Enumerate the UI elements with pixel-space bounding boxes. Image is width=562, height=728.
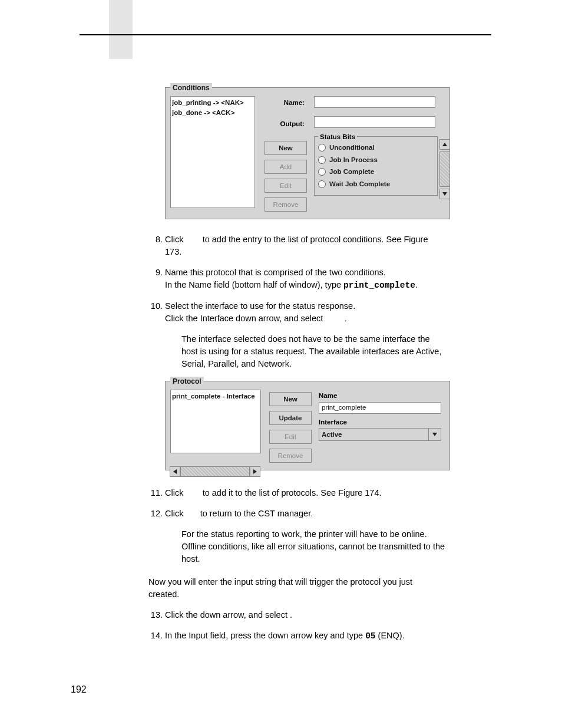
instructions-list-2: 11. Click to add it to the list of proto… [148,487,445,520]
protocol-legend: Protocol [170,377,204,387]
remove-button: Remove [265,197,307,212]
radio-unconditional[interactable]: Unconditional [318,143,434,153]
edit-button: Edit [265,179,307,193]
interface-select[interactable]: Active [319,428,441,441]
radio-wait-job-complete[interactable]: Wait Job Complete [318,179,434,189]
list-item[interactable]: job_printing -> <NAK> [172,98,253,108]
edit-button: Edit [269,430,312,444]
radio-icon [318,144,326,151]
radio-job-complete[interactable]: Job Complete [318,167,434,177]
conditions-panel: Conditions job_printing -> <NAK> job_don… [165,87,450,219]
dropdown-arrow[interactable] [428,429,441,440]
paragraph-transition: Now you will enter the input string that… [148,576,445,601]
chevron-down-icon [442,192,447,196]
instructions-list-3: 13. Click the down arrow, and select . 1… [148,609,445,643]
step-13: 13. Click the down arrow, and select . [148,609,445,621]
name-input[interactable]: print_complete [319,402,441,414]
note-online: For the status reporting to work, the pr… [181,528,445,565]
scroll-track[interactable] [180,466,250,477]
scroll-left-button[interactable] [170,466,180,477]
body-column: Conditions job_printing -> <NAK> job_don… [148,87,445,651]
output-label: Output: [263,117,308,130]
list-item[interactable]: print_complete - Interface [172,391,259,401]
status-bits-group: Status Bits Unconditional Job In Process… [314,136,438,196]
output-input[interactable] [314,116,435,128]
status-scrollbar[interactable] [439,139,450,198]
protocol-listbox[interactable]: print_complete - Interface [170,390,261,453]
chevron-right-icon [253,469,257,474]
note-interface: The interface selected does not have to … [181,333,445,370]
scroll-track[interactable] [439,151,450,187]
page-number: 192 [71,684,87,695]
radio-icon [318,156,326,164]
scroll-up-button[interactable] [439,139,450,150]
chevron-left-icon [173,469,177,474]
name-label: Name [319,391,441,401]
step-14: 14. In the Input field, press the down a… [148,630,445,643]
protocol-panel: Protocol print_complete - Interface New … [165,381,450,470]
interface-label: Interface [319,417,441,427]
scroll-right-button[interactable] [250,466,260,477]
name-label: Name: [263,96,308,109]
name-input[interactable] [314,96,435,108]
add-button: Add [265,160,307,174]
step-9: 9. Name this protocol that is comprised … [148,266,445,292]
chevron-up-icon [442,143,447,146]
conditions-listbox[interactable]: job_printing -> <NAK> job_done -> <ACK> [170,96,255,208]
conditions-legend: Conditions [170,83,212,93]
new-button[interactable]: New [269,392,312,406]
step-8: 8. Click to add the entry to the list of… [148,233,445,258]
remove-button: Remove [269,449,312,463]
radio-job-in-process[interactable]: Job In Process [318,155,434,165]
update-button[interactable]: Update [269,411,312,425]
radio-icon [318,180,326,188]
step-10: 10. Select the interface to use for the … [148,300,445,325]
instructions-list: 8. Click to add the entry to the list of… [148,233,445,325]
radio-icon [318,168,326,176]
protocol-h-scrollbar[interactable] [170,466,260,477]
page: Conditions job_printing -> <NAK> job_don… [0,0,562,728]
side-tab [109,0,133,59]
status-bits-legend: Status Bits [318,132,357,142]
header-rule [80,34,491,35]
step-12: 12. Click to return to the CST manager. [148,508,445,520]
list-item[interactable]: job_done -> <ACK> [172,108,253,118]
chevron-down-icon [432,433,437,436]
scroll-down-button[interactable] [439,189,450,199]
step-11: 11. Click to add it to the list of proto… [148,487,445,499]
new-button[interactable]: New [265,141,307,155]
